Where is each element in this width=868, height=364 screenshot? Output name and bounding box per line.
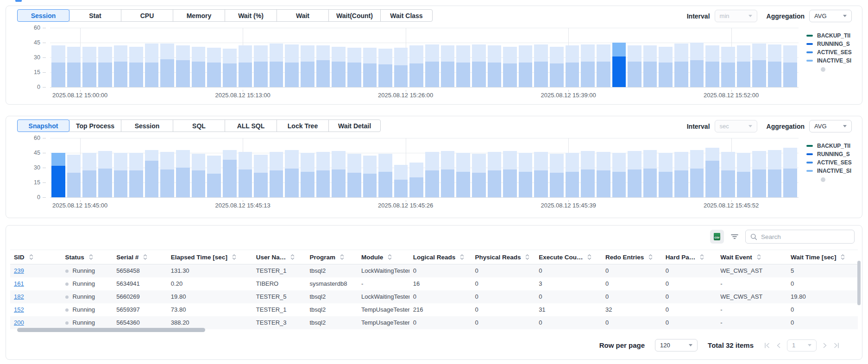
chart-bar[interactable]: [488, 45, 502, 87]
chart-bar[interactable]: [98, 151, 112, 197]
tab-wait-detail[interactable]: Wait Detail: [328, 119, 381, 132]
chart-bar[interactable]: [659, 153, 673, 197]
chart-bar[interactable]: [316, 45, 330, 87]
chart-bar[interactable]: [752, 44, 766, 87]
chart-bar[interactable]: [160, 44, 174, 87]
chart-bar[interactable]: [643, 45, 657, 87]
first-page-button[interactable]: [764, 343, 770, 348]
column-header-inner-logical[interactable]: Logical Reads: [413, 254, 468, 261]
chart-bar[interactable]: [566, 153, 579, 197]
chart-bar[interactable]: [441, 151, 455, 197]
tab-wait-count[interactable]: Wait(Count): [328, 9, 381, 22]
aggregation-select[interactable]: AVG: [809, 120, 852, 132]
chart-bar[interactable]: [768, 150, 782, 197]
chart-bar[interactable]: [472, 154, 486, 197]
column-header-inner-physical[interactable]: Physical Reads: [475, 254, 531, 261]
chart-bar[interactable]: [239, 45, 252, 87]
tab-sql[interactable]: SQL: [173, 119, 225, 132]
chart-bar-selected[interactable]: [612, 43, 626, 87]
sid-link[interactable]: 182: [14, 293, 24, 300]
chart-bar[interactable]: [160, 152, 174, 197]
chart-bar[interactable]: [67, 47, 81, 87]
tab-wait[interactable]: Wait (%): [225, 9, 277, 22]
chart-bar[interactable]: [409, 45, 423, 87]
chart-bar[interactable]: [316, 152, 330, 197]
aggregation-select[interactable]: AVG: [809, 10, 852, 22]
csv-export-button[interactable]: csv: [710, 230, 724, 244]
chart-bar[interactable]: [503, 151, 517, 197]
interval-select[interactable]: min: [715, 10, 757, 22]
legend-item-running-s[interactable]: RUNNING_S: [806, 40, 862, 48]
tab-all-sql[interactable]: ALL SQL: [225, 119, 277, 132]
chart-bar[interactable]: [674, 152, 688, 197]
tab-top-process[interactable]: Top Process: [69, 119, 121, 132]
chart-bar[interactable]: [534, 44, 548, 87]
chart-bar[interactable]: [783, 148, 797, 197]
chart-bar[interactable]: [597, 152, 610, 197]
chart-bar[interactable]: [192, 47, 206, 87]
chart-bar[interactable]: [425, 44, 439, 87]
chart-bar[interactable]: [690, 150, 704, 197]
chart-bar[interactable]: [472, 44, 486, 87]
chart-bar[interactable]: [114, 153, 128, 197]
chart-bar[interactable]: [285, 150, 299, 197]
chart-bar[interactable]: [176, 45, 190, 87]
chart-bar[interactable]: [721, 152, 735, 197]
chart-bar[interactable]: [223, 150, 237, 197]
chart-bar[interactable]: [674, 44, 688, 87]
chart-bar[interactable]: [254, 155, 268, 197]
legend-item-backup-tii[interactable]: BACKUP_TII: [806, 31, 862, 40]
search-input[interactable]: [761, 233, 849, 240]
chart-bar[interactable]: [690, 43, 704, 87]
column-header-inner-program[interactable]: Program: [309, 254, 354, 261]
vertical-scrollbar-thumb[interactable]: [857, 261, 861, 305]
chart-bar[interactable]: [207, 48, 221, 87]
chart-bar[interactable]: [145, 44, 159, 87]
chart-bar[interactable]: [721, 47, 735, 87]
chart-bar-selected[interactable]: [51, 153, 65, 197]
page-number-select[interactable]: 1: [787, 339, 817, 351]
legend-item-inactive-si[interactable]: INACTIVE_SI: [806, 167, 862, 175]
chart-bar[interactable]: [441, 45, 455, 87]
column-header-inner-module[interactable]: Module: [361, 254, 406, 261]
chart-bar[interactable]: [409, 163, 423, 197]
tab-lock-tree[interactable]: Lock Tree: [277, 119, 329, 132]
chart-bar[interactable]: [425, 152, 439, 197]
chart-bar[interactable]: [737, 153, 751, 197]
chart-bar[interactable]: [378, 154, 392, 197]
horizontal-scrollbar-thumb[interactable]: [17, 328, 205, 332]
chart-bar[interactable]: [783, 45, 797, 87]
chart-bar[interactable]: [628, 45, 642, 87]
chart-bar[interactable]: [145, 150, 159, 197]
chart-bar[interactable]: [270, 152, 283, 197]
chart-bar[interactable]: [129, 47, 143, 87]
chart-bar[interactable]: [503, 47, 517, 87]
column-header-inner-status[interactable]: Status: [65, 254, 109, 261]
tab-cpu[interactable]: CPU: [121, 9, 173, 22]
chart-bar[interactable]: [456, 153, 470, 197]
chart-bar[interactable]: [456, 45, 470, 87]
chart-bar[interactable]: [332, 47, 346, 87]
chart-bar[interactable]: [394, 48, 408, 87]
chart-bar[interactable]: [705, 148, 719, 197]
chart-bar[interactable]: [363, 156, 377, 197]
column-header-inner-waitEvent[interactable]: Wait Event: [720, 254, 783, 261]
chart-bar[interactable]: [597, 44, 610, 87]
chart-bar[interactable]: [737, 45, 751, 87]
chart-bar[interactable]: [612, 153, 626, 197]
sid-link[interactable]: 200: [14, 319, 24, 326]
row-per-page-select[interactable]: 120: [655, 339, 698, 351]
chart-bar[interactable]: [332, 151, 346, 197]
chart-bar[interactable]: [378, 49, 392, 87]
chart-bar[interactable]: [347, 48, 361, 87]
legend-item-running-s[interactable]: RUNNING_S: [806, 150, 862, 158]
chart-bar[interactable]: [285, 44, 299, 87]
column-header-inner-elapsed[interactable]: Elapsed Time [sec]: [171, 254, 249, 261]
chart-bar[interactable]: [347, 154, 361, 197]
sid-link[interactable]: 152: [14, 306, 24, 313]
tab-wait[interactable]: Wait: [277, 9, 329, 22]
chart-bar[interactable]: [51, 45, 65, 87]
chart-bar[interactable]: [114, 45, 128, 87]
column-header-inner-serial[interactable]: Serial #: [116, 254, 164, 261]
chart-bar[interactable]: [519, 45, 533, 87]
